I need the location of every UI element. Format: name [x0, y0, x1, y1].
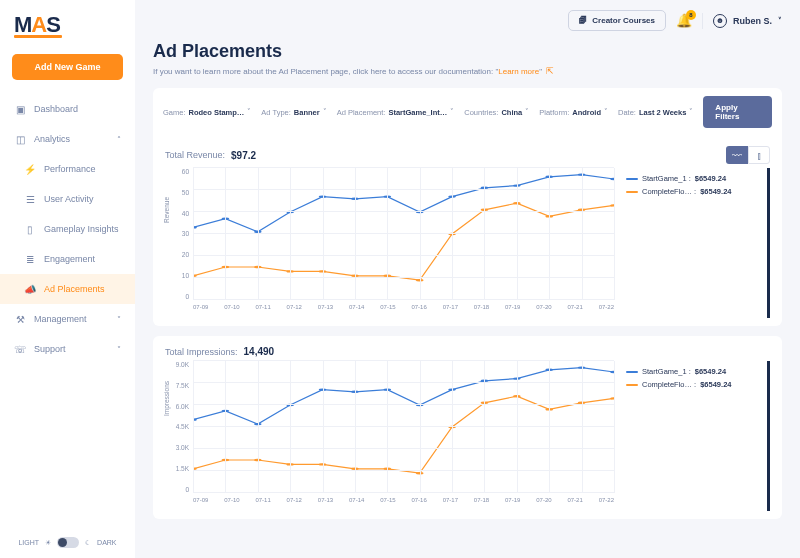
nav-analytics[interactable]: ◫ Analytics ˄: [0, 124, 135, 154]
nav-dashboard[interactable]: ▣ Dashboard: [0, 94, 135, 124]
page-title: Ad Placements: [153, 41, 782, 62]
legend-name: CompleteFlo… :: [642, 380, 696, 389]
grid-vline: [614, 361, 615, 493]
grid-line: [193, 470, 614, 471]
plot-area: [193, 361, 614, 493]
creator-courses-button[interactable]: 🗐 Creator Courses: [568, 10, 666, 31]
nav-ad-placements[interactable]: 📣 Ad Placements: [0, 274, 135, 304]
metric-label: Total Impressions:: [165, 347, 238, 357]
management-icon: ⚒: [14, 313, 26, 325]
nav-label: Gameplay Insights: [44, 224, 119, 234]
filter-ad-placement[interactable]: Ad Placement: StartGame_Int… ˅: [337, 108, 455, 117]
nav-engagement[interactable]: ≣ Engagement: [0, 244, 135, 274]
grid-line: [193, 426, 614, 427]
gameplay-icon: ▯: [24, 223, 36, 235]
y-tick: 4.5K: [176, 423, 189, 430]
chevron-down-icon: ˅: [604, 108, 608, 116]
grid-vline: [387, 361, 388, 493]
theme-toggle[interactable]: LIGHT ☀ ☾ DARK: [0, 527, 135, 558]
x-tick: 07-10: [224, 497, 239, 511]
nav-management[interactable]: ⚒ Management ˅: [0, 304, 135, 334]
nav-gameplay-insights[interactable]: ▯ Gameplay Insights: [0, 214, 135, 244]
grid-vline: [452, 361, 453, 493]
sidebar: MAS Add New Game ▣ Dashboard ◫ Analytics…: [0, 0, 135, 558]
nav-performance[interactable]: ⚡ Performance: [0, 154, 135, 184]
x-axis: 07-0907-1007-1107-1207-1307-1407-1507-16…: [193, 304, 614, 318]
x-tick: 07-11: [255, 304, 270, 318]
chart-series: [193, 203, 614, 280]
grid-line: [193, 492, 614, 493]
grid-vline: [517, 168, 518, 300]
grid-vline: [355, 168, 356, 300]
chevron-down-icon: ˅: [450, 108, 454, 116]
support-icon: ☏: [14, 343, 26, 355]
x-tick: 07-13: [318, 497, 333, 511]
user-menu[interactable]: ☻ Ruben S. ˅: [713, 14, 782, 28]
grid-vline: [258, 168, 259, 300]
grid-vline: [484, 168, 485, 300]
nav-user-activity[interactable]: ☰ User Activity: [0, 184, 135, 214]
nav-support[interactable]: ☏ Support ˅: [0, 334, 135, 364]
apply-filters-button[interactable]: Apply Filters: [703, 96, 772, 128]
impressions-legend: StartGame_1 : $6549.24CompleteFlo… : $65…: [622, 361, 770, 511]
grid-vline: [582, 361, 583, 493]
chart-series: [193, 368, 614, 424]
y-axis-label: Revenue: [163, 197, 170, 223]
x-tick: 07-12: [287, 304, 302, 318]
revenue-legend: StartGame_1 : $6549.24CompleteFlo… : $65…: [622, 168, 770, 318]
y-tick: 7.5K: [176, 382, 189, 389]
y-axis-label: Impressions: [163, 381, 170, 416]
grid-vline: [225, 168, 226, 300]
legend-item: StartGame_1 : $6549.24: [626, 365, 759, 378]
toggle-pill[interactable]: [57, 537, 79, 548]
grid-vline: [193, 361, 194, 493]
nav-label: Support: [34, 344, 66, 354]
grid-vline: [323, 168, 324, 300]
grid-vline: [549, 361, 550, 493]
x-tick: 07-16: [411, 497, 426, 511]
logo-m: M: [14, 12, 31, 37]
performance-icon: ⚡: [24, 163, 36, 175]
bar-chart-toggle[interactable]: ⫿: [748, 146, 770, 164]
legend-swatch: [626, 384, 638, 386]
grid-vline: [582, 168, 583, 300]
filter-label: Date:: [618, 108, 636, 117]
filter-label: Platform:: [539, 108, 569, 117]
content: Ad Placements If you want to learn more …: [135, 41, 800, 558]
filter-date[interactable]: Date: Last 2 Weeks ˅: [618, 108, 693, 117]
filter-value: Rodeo Stamp…: [189, 108, 245, 117]
grid-line: [193, 360, 614, 361]
legend-name: StartGame_1 :: [642, 367, 691, 376]
revenue-card: Total Revenue: $97.2 〰 ⫿ 6050403020100Re…: [153, 136, 782, 326]
legend-item: StartGame_1 : $6549.24: [626, 172, 759, 185]
y-tick: 0: [185, 486, 189, 493]
chevron-up-icon: ˄: [117, 135, 121, 144]
main: 🗐 Creator Courses 🔔 8 ☻ Ruben S. ˅ Ad Pl…: [135, 0, 800, 558]
impressions-card: Total Impressions: 14,490 9.0K7.5K6.0K4.…: [153, 336, 782, 519]
filter-ad-type[interactable]: Ad Type: Banner ˅: [261, 108, 326, 117]
engagement-icon: ≣: [24, 253, 36, 265]
add-new-game-button[interactable]: Add New Game: [12, 54, 123, 80]
grid-vline: [193, 168, 194, 300]
card-header: Total Impressions: 14,490: [165, 346, 770, 357]
x-tick: 07-14: [349, 497, 364, 511]
chevron-down-icon: ˅: [117, 345, 121, 354]
filter-label: Game:: [163, 108, 186, 117]
filter-platform[interactable]: Platform: Android ˅: [539, 108, 608, 117]
chart-wrap: 9.0K7.5K6.0K4.5K3.0K1.5K0Impressions07-0…: [165, 361, 770, 511]
filter-countries[interactable]: Countries: China ˅: [464, 108, 529, 117]
revenue-chart: 6050403020100Revenue07-0907-1007-1107-12…: [165, 168, 614, 318]
grid-vline: [452, 168, 453, 300]
grid-line: [193, 382, 614, 383]
filter-game[interactable]: Game: Rodeo Stamp… ˅: [163, 108, 251, 117]
y-tick: 1.5K: [176, 465, 189, 472]
x-tick: 07-21: [567, 304, 582, 318]
notifications-button[interactable]: 🔔 8: [676, 13, 692, 28]
dashboard-icon: ▣: [14, 103, 26, 115]
legend-value: $6549.24: [700, 187, 731, 196]
line-chart-toggle[interactable]: 〰: [726, 146, 748, 164]
filter-label: Ad Placement:: [337, 108, 386, 117]
learn-more-link[interactable]: Learn more: [498, 67, 539, 76]
grid-line: [193, 189, 614, 190]
y-tick: 3.0K: [176, 444, 189, 451]
